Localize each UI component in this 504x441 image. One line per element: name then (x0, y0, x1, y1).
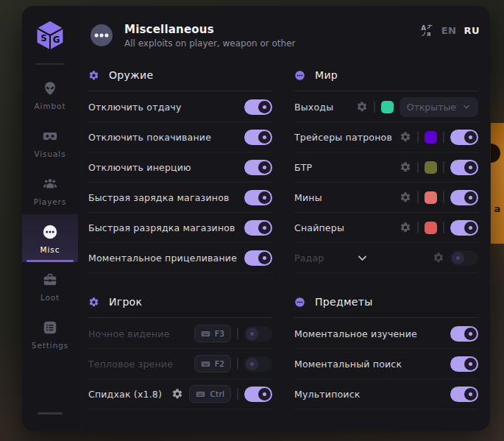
sidebar-handle[interactable] (38, 412, 63, 414)
toggle-on[interactable] (244, 160, 272, 175)
toggle-on[interactable] (244, 190, 272, 205)
toggle-on[interactable] (244, 387, 272, 402)
dropdown-select[interactable]: Открытые (400, 97, 478, 117)
feature-row: Быстрая зарядка магазинов (88, 183, 272, 213)
sidebar-item-aimbot[interactable]: Aimbot (22, 71, 78, 119)
toggle-on[interactable] (450, 190, 478, 205)
section-title: Мир (315, 69, 338, 81)
page-header: Miscellaneous All exploits on player, we… (78, 6, 490, 52)
hotkey-label: F3 (215, 329, 224, 339)
toggle-on[interactable] (244, 250, 272, 266)
toggle-off[interactable] (244, 326, 272, 342)
toggle-on[interactable] (450, 326, 478, 342)
row-controls (244, 190, 272, 205)
sidebar-item-label: Loot (40, 293, 60, 302)
separator (417, 131, 419, 143)
hotkey-badge[interactable]: Ctrl (189, 385, 231, 403)
color-chip[interactable] (425, 222, 437, 234)
gear-icon[interactable] (433, 252, 444, 264)
toggle-knob (246, 328, 258, 340)
feature-label: Мины (294, 192, 322, 203)
section-world: МирВыходыОткрытыеТрейсеры патроновБТРМин… (294, 66, 478, 273)
feature-row: Отключить покачивание (88, 122, 272, 152)
feature-label: Отключить отдачу (88, 102, 182, 113)
section-weapon: ОружиеОтключить отдачуОтключить покачива… (88, 66, 272, 273)
gear-icon[interactable] (400, 161, 411, 173)
goggles-icon (42, 128, 58, 144)
sidebar-item-misc[interactable]: Misc (22, 214, 78, 262)
row-controls (244, 160, 272, 175)
section-title: Предметы (315, 296, 373, 308)
toggle-knob (464, 388, 477, 401)
toggle-on[interactable] (450, 356, 478, 372)
section-divider (88, 91, 272, 91)
separator (417, 191, 419, 203)
keyboard-icon (201, 359, 210, 369)
toggle-off[interactable] (450, 250, 478, 266)
feature-label: Быстрая разрядка магазинов (88, 222, 235, 233)
sidebar-item-label: Players (34, 197, 66, 206)
separator (417, 222, 419, 233)
toggle-on[interactable] (450, 160, 478, 175)
chevron-down-icon[interactable] (356, 252, 369, 264)
color-chip[interactable] (425, 131, 437, 144)
sidebar-item-label: Misc (40, 245, 60, 254)
hotkey-badge[interactable]: F2 (194, 355, 231, 373)
list-icon (42, 320, 58, 336)
row-controls (244, 130, 272, 145)
app-logo-icon: SG (34, 19, 66, 52)
feature-row: Трейсеры патронов (294, 122, 478, 152)
gear-icon[interactable] (356, 101, 368, 113)
signboard-text: а (494, 203, 501, 214)
section-header: Предметы (294, 293, 478, 311)
toggle-knob (258, 388, 271, 401)
color-chip[interactable] (425, 161, 437, 174)
color-chip[interactable] (381, 101, 394, 113)
row-controls: F2 (194, 355, 272, 373)
language-switch: Aя EN RU (420, 24, 480, 38)
feature-label: Моментальный поиск (294, 359, 402, 370)
section-items: ПредметыМоментальное изучениеМоментальны… (294, 293, 478, 409)
toggle-on[interactable] (450, 387, 478, 402)
gear-icon[interactable] (171, 388, 183, 400)
toggle-knob (258, 252, 271, 264)
sidebar-item-settings[interactable]: Settings (22, 310, 78, 358)
misc-page-icon (88, 22, 115, 49)
svg-text:G: G (53, 35, 60, 45)
feature-label: Моментальное изучение (294, 328, 417, 339)
section-header: Мир (294, 66, 478, 84)
language-option-en[interactable]: EN (441, 25, 457, 36)
toggle-knob (464, 328, 477, 340)
feature-label: Моментальное прицеливание (88, 253, 237, 264)
toggle-on[interactable] (244, 99, 272, 115)
toggle-knob (452, 252, 464, 264)
gear-icon[interactable] (400, 191, 411, 203)
color-chip[interactable] (425, 191, 437, 204)
toggle-knob (464, 358, 477, 370)
toggle-on[interactable] (244, 220, 272, 236)
ellipsis-icon (294, 297, 305, 308)
separator (443, 222, 444, 233)
language-option-ru[interactable]: RU (464, 25, 480, 36)
row-controls (400, 130, 478, 145)
feature-label: Тепловое зрение (88, 359, 173, 370)
toggle-off[interactable] (244, 356, 272, 372)
sidebar-item-loot[interactable]: Loot (22, 262, 78, 310)
feature-row: Тепловое зрениеF2 (88, 349, 272, 379)
gear-icon (88, 297, 99, 308)
gear-icon[interactable] (400, 131, 411, 143)
sidebar-item-label: Visuals (34, 149, 65, 158)
toggle-on[interactable] (244, 130, 272, 145)
toggle-on[interactable] (450, 130, 478, 145)
content: ОружиеОтключить отдачуОтключить покачива… (78, 52, 490, 431)
row-controls: Ctrl (171, 385, 272, 403)
sidebar-item-visuals[interactable]: Visuals (22, 119, 78, 166)
separator (417, 161, 419, 173)
row-controls (433, 250, 478, 266)
sidebar-item-players[interactable]: Players (22, 166, 78, 214)
toggle-on[interactable] (450, 220, 478, 236)
separator (443, 131, 444, 143)
gear-icon[interactable] (400, 222, 411, 233)
hotkey-badge[interactable]: F3 (194, 325, 231, 342)
main-area: Miscellaneous All exploits on player, we… (78, 6, 490, 431)
